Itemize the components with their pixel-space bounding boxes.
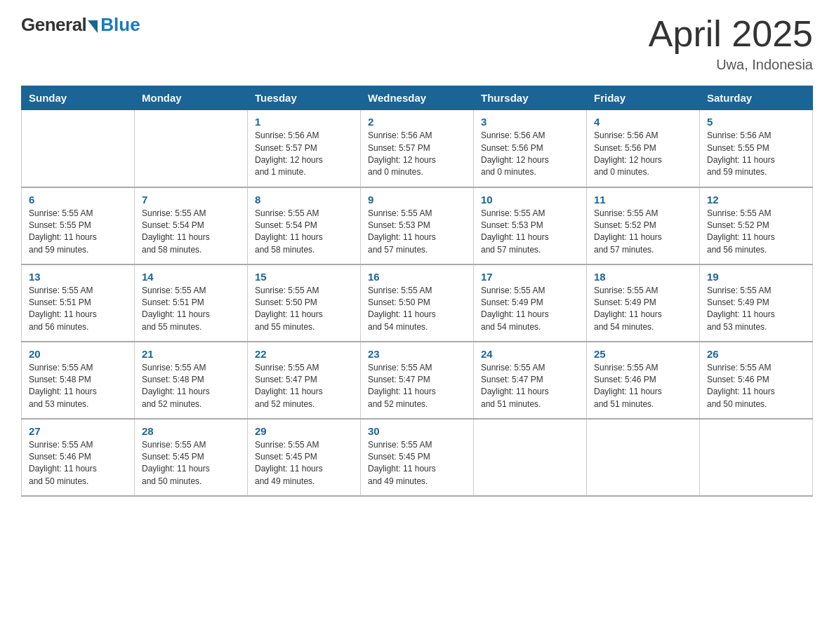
day-info: Sunrise: 5:55 AMSunset: 5:51 PMDaylight:… [142, 285, 240, 334]
day-number: 3 [481, 116, 579, 128]
logo-blue-text: Blue [100, 14, 140, 36]
calendar-cell: 4Sunrise: 5:56 AMSunset: 5:56 PMDaylight… [587, 110, 700, 187]
calendar-cell: 29Sunrise: 5:55 AMSunset: 5:45 PMDayligh… [248, 419, 361, 496]
day-number: 19 [707, 271, 805, 283]
day-info: Sunrise: 5:55 AMSunset: 5:52 PMDaylight:… [707, 208, 805, 257]
calendar-cell: 8Sunrise: 5:55 AMSunset: 5:54 PMDaylight… [248, 187, 361, 264]
day-number: 30 [368, 425, 466, 437]
calendar-cell: 13Sunrise: 5:55 AMSunset: 5:51 PMDayligh… [22, 264, 135, 342]
day-info: Sunrise: 5:55 AMSunset: 5:50 PMDaylight:… [368, 285, 466, 334]
day-number: 17 [481, 271, 579, 283]
calendar-cell: 6Sunrise: 5:55 AMSunset: 5:55 PMDaylight… [22, 187, 135, 264]
day-info: Sunrise: 5:55 AMSunset: 5:51 PMDaylight:… [29, 285, 127, 334]
column-header-wednesday: Wednesday [361, 86, 474, 110]
day-info: Sunrise: 5:55 AMSunset: 5:45 PMDaylight:… [368, 439, 466, 488]
day-number: 21 [142, 348, 240, 360]
calendar-cell [135, 110, 248, 187]
calendar-cell [700, 419, 813, 496]
calendar-cell: 20Sunrise: 5:55 AMSunset: 5:48 PMDayligh… [22, 342, 135, 419]
day-number: 4 [594, 116, 692, 128]
day-number: 29 [255, 425, 353, 437]
day-number: 2 [368, 116, 466, 128]
calendar-cell: 1Sunrise: 5:56 AMSunset: 5:57 PMDaylight… [248, 110, 361, 187]
calendar-cell: 16Sunrise: 5:55 AMSunset: 5:50 PMDayligh… [361, 264, 474, 342]
day-info: Sunrise: 5:56 AMSunset: 5:57 PMDaylight:… [368, 130, 466, 179]
day-info: Sunrise: 5:55 AMSunset: 5:48 PMDaylight:… [142, 362, 240, 411]
day-number: 10 [481, 194, 579, 206]
day-info: Sunrise: 5:55 AMSunset: 5:49 PMDaylight:… [594, 285, 692, 334]
day-number: 18 [594, 271, 692, 283]
day-number: 1 [255, 116, 353, 128]
column-header-sunday: Sunday [22, 86, 135, 110]
calendar-cell: 30Sunrise: 5:55 AMSunset: 5:45 PMDayligh… [361, 419, 474, 496]
calendar-week-row: 6Sunrise: 5:55 AMSunset: 5:55 PMDaylight… [22, 187, 813, 264]
logo: General Blue [21, 14, 140, 36]
calendar-week-row: 20Sunrise: 5:55 AMSunset: 5:48 PMDayligh… [22, 342, 813, 419]
calendar-cell [22, 110, 135, 187]
day-info: Sunrise: 5:55 AMSunset: 5:45 PMDaylight:… [255, 439, 353, 488]
day-number: 23 [368, 348, 466, 360]
day-number: 8 [255, 194, 353, 206]
day-info: Sunrise: 5:55 AMSunset: 5:53 PMDaylight:… [368, 208, 466, 257]
day-info: Sunrise: 5:55 AMSunset: 5:46 PMDaylight:… [29, 439, 127, 488]
day-number: 11 [594, 194, 692, 206]
calendar-cell: 19Sunrise: 5:55 AMSunset: 5:49 PMDayligh… [700, 264, 813, 342]
day-info: Sunrise: 5:55 AMSunset: 5:47 PMDaylight:… [368, 362, 466, 411]
calendar-cell: 12Sunrise: 5:55 AMSunset: 5:52 PMDayligh… [700, 187, 813, 264]
calendar-cell: 10Sunrise: 5:55 AMSunset: 5:53 PMDayligh… [474, 187, 587, 264]
calendar-cell: 23Sunrise: 5:55 AMSunset: 5:47 PMDayligh… [361, 342, 474, 419]
calendar-week-row: 13Sunrise: 5:55 AMSunset: 5:51 PMDayligh… [22, 264, 813, 342]
calendar-cell: 3Sunrise: 5:56 AMSunset: 5:56 PMDaylight… [474, 110, 587, 187]
calendar-title: April 2025 [649, 14, 813, 54]
calendar-cell: 5Sunrise: 5:56 AMSunset: 5:55 PMDaylight… [700, 110, 813, 187]
day-info: Sunrise: 5:55 AMSunset: 5:55 PMDaylight:… [29, 208, 127, 257]
day-number: 13 [29, 271, 127, 283]
day-number: 7 [142, 194, 240, 206]
title-block: April 2025 Uwa, Indonesia [649, 14, 813, 73]
day-number: 5 [707, 116, 805, 128]
day-info: Sunrise: 5:56 AMSunset: 5:56 PMDaylight:… [594, 130, 692, 179]
calendar-cell: 22Sunrise: 5:55 AMSunset: 5:47 PMDayligh… [248, 342, 361, 419]
calendar-cell: 21Sunrise: 5:55 AMSunset: 5:48 PMDayligh… [135, 342, 248, 419]
day-info: Sunrise: 5:55 AMSunset: 5:47 PMDaylight:… [481, 362, 579, 411]
day-number: 6 [29, 194, 127, 206]
day-number: 14 [142, 271, 240, 283]
column-header-thursday: Thursday [474, 86, 587, 110]
day-info: Sunrise: 5:55 AMSunset: 5:53 PMDaylight:… [481, 208, 579, 257]
calendar-cell: 11Sunrise: 5:55 AMSunset: 5:52 PMDayligh… [587, 187, 700, 264]
calendar-cell [474, 419, 587, 496]
calendar-week-row: 27Sunrise: 5:55 AMSunset: 5:46 PMDayligh… [22, 419, 813, 496]
column-header-saturday: Saturday [700, 86, 813, 110]
calendar-cell: 15Sunrise: 5:55 AMSunset: 5:50 PMDayligh… [248, 264, 361, 342]
day-info: Sunrise: 5:55 AMSunset: 5:54 PMDaylight:… [142, 208, 240, 257]
day-number: 22 [255, 348, 353, 360]
day-number: 26 [707, 348, 805, 360]
calendar-cell: 9Sunrise: 5:55 AMSunset: 5:53 PMDaylight… [361, 187, 474, 264]
calendar-subtitle: Uwa, Indonesia [649, 57, 813, 73]
day-info: Sunrise: 5:56 AMSunset: 5:56 PMDaylight:… [481, 130, 579, 179]
day-number: 20 [29, 348, 127, 360]
day-info: Sunrise: 5:55 AMSunset: 5:54 PMDaylight:… [255, 208, 353, 257]
logo-arrow-icon [88, 20, 98, 33]
day-info: Sunrise: 5:55 AMSunset: 5:49 PMDaylight:… [481, 285, 579, 334]
calendar-cell: 24Sunrise: 5:55 AMSunset: 5:47 PMDayligh… [474, 342, 587, 419]
day-info: Sunrise: 5:55 AMSunset: 5:50 PMDaylight:… [255, 285, 353, 334]
day-info: Sunrise: 5:56 AMSunset: 5:57 PMDaylight:… [255, 130, 353, 179]
calendar-cell: 2Sunrise: 5:56 AMSunset: 5:57 PMDaylight… [361, 110, 474, 187]
day-number: 24 [481, 348, 579, 360]
calendar-cell: 25Sunrise: 5:55 AMSunset: 5:46 PMDayligh… [587, 342, 700, 419]
day-number: 16 [368, 271, 466, 283]
day-number: 15 [255, 271, 353, 283]
calendar-cell: 17Sunrise: 5:55 AMSunset: 5:49 PMDayligh… [474, 264, 587, 342]
calendar-week-row: 1Sunrise: 5:56 AMSunset: 5:57 PMDaylight… [22, 110, 813, 187]
calendar-cell: 26Sunrise: 5:55 AMSunset: 5:46 PMDayligh… [700, 342, 813, 419]
calendar-header-row: SundayMondayTuesdayWednesdayThursdayFrid… [22, 86, 813, 110]
calendar-table: SundayMondayTuesdayWednesdayThursdayFrid… [21, 86, 813, 497]
day-number: 28 [142, 425, 240, 437]
logo-general-text: General [21, 14, 86, 36]
calendar-cell: 7Sunrise: 5:55 AMSunset: 5:54 PMDaylight… [135, 187, 248, 264]
calendar-cell [587, 419, 700, 496]
column-header-tuesday: Tuesday [248, 86, 361, 110]
calendar-cell: 18Sunrise: 5:55 AMSunset: 5:49 PMDayligh… [587, 264, 700, 342]
page-header: General Blue April 2025 Uwa, Indonesia [21, 14, 813, 73]
